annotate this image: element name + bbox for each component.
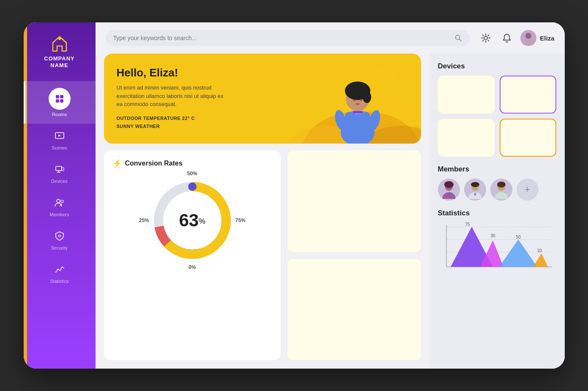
svg-rect-37 bbox=[353, 111, 363, 113]
conversion-rates-title: Conversion Rates bbox=[125, 160, 183, 167]
svg-point-35 bbox=[360, 99, 362, 101]
svg-point-52 bbox=[497, 182, 506, 187]
svg-point-33 bbox=[361, 85, 369, 93]
search-input[interactable] bbox=[113, 35, 451, 41]
placeholder-cards bbox=[287, 150, 421, 360]
donut-center: 63% bbox=[179, 212, 205, 229]
svg-point-18 bbox=[525, 33, 531, 39]
add-member-button[interactable]: + bbox=[517, 179, 539, 201]
svg-point-45 bbox=[444, 181, 454, 188]
statistics-title: Statistics bbox=[438, 209, 556, 217]
header-actions: Eliza bbox=[478, 30, 554, 46]
svg-point-17 bbox=[484, 36, 487, 40]
sidebar-item-devices[interactable]: Devices bbox=[24, 157, 96, 190]
svg-rect-26 bbox=[345, 112, 370, 141]
svg-point-1 bbox=[58, 38, 61, 40]
svg-line-16 bbox=[459, 39, 462, 41]
donut-label-bottom: 0% bbox=[189, 264, 196, 270]
devices-grid bbox=[438, 76, 556, 157]
svg-rect-4 bbox=[56, 99, 59, 103]
avatar bbox=[520, 30, 536, 46]
members-label: Members bbox=[50, 212, 69, 217]
svg-point-34 bbox=[353, 99, 356, 101]
content-area: Hello, Eliza! Ut enim ad minim veniam, q… bbox=[96, 54, 565, 369]
svg-marker-7 bbox=[58, 134, 61, 137]
members-row: + bbox=[438, 179, 556, 201]
notifications-button[interactable] bbox=[499, 30, 514, 46]
svg-text:10: 10 bbox=[537, 248, 542, 253]
device-card-3[interactable] bbox=[438, 119, 495, 157]
security-label: Security bbox=[51, 245, 68, 250]
members-title: Members bbox=[438, 165, 556, 174]
member-avatar-3 bbox=[490, 179, 512, 201]
sidebar-item-rooms[interactable]: Rooms bbox=[24, 81, 96, 124]
add-label: + bbox=[525, 184, 530, 195]
svg-rect-5 bbox=[60, 99, 63, 103]
donut-chart: 63% 50% 75% 0% 25% bbox=[146, 174, 239, 267]
svg-point-48 bbox=[471, 182, 479, 187]
device-card-4[interactable] bbox=[500, 119, 556, 157]
donut-label-left: 25% bbox=[139, 217, 149, 223]
scenes-icon bbox=[54, 130, 65, 141]
device-card-1[interactable] bbox=[438, 76, 495, 114]
svg-rect-11 bbox=[62, 168, 64, 171]
devices-title: Devices bbox=[438, 62, 556, 71]
svg-point-13 bbox=[61, 200, 63, 203]
app-frame: COMPANY NAME Rooms bbox=[24, 22, 565, 369]
donut-percentage: 63 bbox=[179, 210, 199, 230]
user-name: Eliza bbox=[540, 35, 554, 42]
security-icon bbox=[54, 231, 65, 242]
member-avatar-2 bbox=[464, 179, 486, 201]
sidebar-item-members[interactable]: Members bbox=[24, 190, 96, 224]
svg-point-14 bbox=[58, 235, 60, 237]
rooms-label: Rooms bbox=[52, 112, 67, 117]
hero-description: Ut enim ad minim veniam, quis nostrud ex… bbox=[117, 84, 227, 109]
statistics-chart: 75 30 50 10 bbox=[438, 223, 556, 273]
sidebar-item-scenes[interactable]: Scenes bbox=[24, 124, 96, 157]
donut-label-top: 50% bbox=[187, 171, 197, 176]
conversion-card: ⚡ Conversion Rates bbox=[104, 150, 281, 360]
scenes-label: Scenes bbox=[52, 145, 67, 150]
placeholder-card-2 bbox=[287, 259, 421, 360]
svg-point-12 bbox=[57, 199, 60, 203]
card-title-row: ⚡ Conversion Rates bbox=[112, 159, 273, 168]
members-section: Members bbox=[438, 165, 556, 201]
svg-rect-3 bbox=[60, 95, 63, 98]
sidebar: COMPANY NAME Rooms bbox=[24, 22, 96, 369]
sidebar-item-statistics[interactable]: Statistics bbox=[24, 257, 96, 291]
statistics-icon bbox=[54, 264, 65, 275]
donut-percent-sign: % bbox=[199, 217, 205, 225]
right-panel: Devices Members bbox=[429, 54, 565, 369]
center-panel: Hello, Eliza! Ut enim ad minim veniam, q… bbox=[96, 54, 429, 369]
settings-button[interactable] bbox=[478, 30, 493, 46]
gear-icon bbox=[480, 33, 491, 43]
devices-icon bbox=[54, 164, 65, 175]
rooms-icon bbox=[55, 94, 65, 104]
devices-section: Devices bbox=[438, 62, 556, 157]
header: Eliza bbox=[96, 22, 565, 54]
sidebar-logo: COMPANY NAME bbox=[24, 22, 96, 77]
search-bar[interactable] bbox=[106, 30, 470, 46]
sidebar-nav: Rooms Scenes bbox=[24, 77, 96, 291]
bell-icon bbox=[502, 33, 512, 43]
home-logo-icon bbox=[50, 34, 69, 53]
statistics-section: Statistics 75 bbox=[438, 209, 556, 273]
company-name: COMPANY NAME bbox=[44, 55, 74, 68]
svg-text:30: 30 bbox=[490, 234, 495, 238]
bottom-row: ⚡ Conversion Rates bbox=[104, 150, 421, 360]
statistics-label: Statistics bbox=[50, 279, 68, 284]
svg-point-36 bbox=[356, 103, 360, 105]
sidebar-item-security[interactable]: Security bbox=[24, 224, 96, 257]
member-avatar-1 bbox=[438, 179, 460, 201]
placeholder-card-1 bbox=[287, 150, 421, 252]
svg-rect-8 bbox=[56, 166, 62, 171]
user-profile[interactable]: Eliza bbox=[520, 30, 554, 46]
members-icon bbox=[54, 197, 65, 208]
device-card-2[interactable] bbox=[500, 76, 556, 114]
svg-text:75: 75 bbox=[465, 223, 470, 227]
donut-label-right: 75% bbox=[235, 217, 246, 223]
search-icon bbox=[454, 34, 462, 42]
svg-rect-2 bbox=[56, 95, 59, 98]
svg-marker-64 bbox=[499, 239, 537, 267]
svg-text:50: 50 bbox=[516, 235, 521, 239]
